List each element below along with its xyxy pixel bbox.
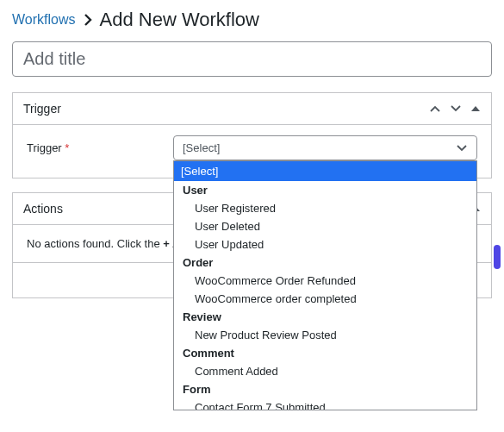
button-edge[interactable] xyxy=(494,245,501,269)
dropdown-option[interactable]: New Product Review Posted xyxy=(174,326,476,344)
breadcrumb: Workflows Add New Workflow xyxy=(12,9,492,31)
trigger-dropdown[interactable]: [Select] UserUser RegisteredUser Deleted… xyxy=(173,160,477,410)
trigger-panel: Trigger Trigger * [Select] [Select] User… xyxy=(12,92,492,178)
dropdown-group-label: Comment xyxy=(174,344,476,362)
caret-up-icon[interactable] xyxy=(470,104,481,113)
dropdown-option[interactable]: User Deleted xyxy=(174,217,476,235)
dropdown-option-selected[interactable]: [Select] xyxy=(174,161,476,181)
trigger-select-value: [Select] xyxy=(183,141,220,154)
trigger-field-row: Trigger * [Select] [Select] UserUser Reg… xyxy=(27,135,477,160)
dropdown-group-label: Form xyxy=(174,380,476,398)
breadcrumb-link-workflows[interactable]: Workflows xyxy=(12,12,76,28)
chevron-down-icon[interactable] xyxy=(450,104,462,113)
dropdown-option[interactable]: User Registered xyxy=(174,199,476,217)
actions-panel-title: Actions xyxy=(23,202,63,216)
chevron-down-icon xyxy=(456,144,468,153)
dropdown-group-label: Order xyxy=(174,254,476,272)
trigger-field-label: Trigger * xyxy=(27,141,165,154)
page-title: Add New Workflow xyxy=(100,9,259,31)
chevron-right-icon xyxy=(83,13,93,27)
dropdown-option[interactable]: WooCommerce order completed xyxy=(174,290,476,308)
dropdown-group-label: Review xyxy=(174,308,476,326)
dropdown-option[interactable]: Comment Added xyxy=(174,362,476,380)
trigger-panel-title: Trigger xyxy=(23,102,61,116)
dropdown-option[interactable]: Contact Form 7 Submitted xyxy=(174,398,476,410)
dropdown-option[interactable]: WooCommerce Order Refunded xyxy=(174,272,476,290)
trigger-select[interactable]: [Select] xyxy=(173,135,477,160)
trigger-panel-header: Trigger xyxy=(13,93,491,125)
dropdown-option[interactable]: User Updated xyxy=(174,235,476,254)
dropdown-group-label: User xyxy=(174,181,476,199)
title-input[interactable] xyxy=(12,41,492,77)
chevron-up-icon[interactable] xyxy=(429,104,441,113)
